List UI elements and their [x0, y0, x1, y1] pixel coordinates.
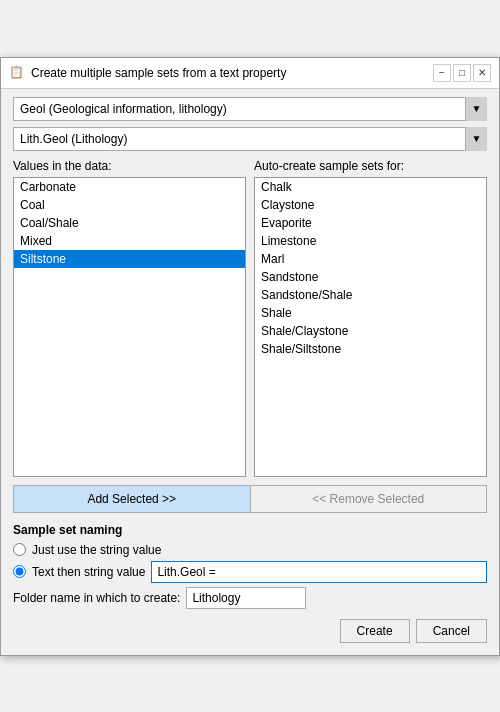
radio-row-1: Just use the string value: [13, 543, 487, 557]
list-item[interactable]: Shale: [255, 304, 486, 322]
radio-string-value-label[interactable]: Just use the string value: [32, 543, 161, 557]
minimize-button[interactable]: −: [433, 64, 451, 82]
transfer-buttons-row: Add Selected >> << Remove Selected: [13, 485, 487, 513]
second-dropdown-wrapper: Lith.Geol (Lithology) ▼: [13, 127, 487, 151]
radio-row-2: Text then string value: [13, 561, 487, 583]
dialog-icon: 📋: [9, 65, 25, 81]
right-list-label: Auto-create sample sets for:: [254, 159, 487, 173]
dialog-title: Create multiple sample sets from a text …: [31, 66, 286, 80]
dialog: 📋 Create multiple sample sets from a tex…: [0, 57, 500, 656]
list-item[interactable]: Shale/Claystone: [255, 322, 486, 340]
action-buttons: Create Cancel: [13, 619, 487, 643]
close-button[interactable]: ✕: [473, 64, 491, 82]
list-item[interactable]: Coal/Shale: [14, 214, 245, 232]
left-list-label: Values in the data:: [13, 159, 246, 173]
naming-section-title: Sample set naming: [13, 523, 487, 537]
left-list-panel: Values in the data: CarbonateCoalCoal/Sh…: [13, 159, 246, 477]
folder-label: Folder name in which to create:: [13, 591, 180, 605]
list-item[interactable]: Marl: [255, 250, 486, 268]
maximize-button[interactable]: □: [453, 64, 471, 82]
create-button[interactable]: Create: [340, 619, 410, 643]
list-item[interactable]: Mixed: [14, 232, 245, 250]
dialog-content: Geol (Geological information, lithology)…: [1, 89, 499, 655]
text-prefix-input[interactable]: [151, 561, 487, 583]
title-bar-left: 📋 Create multiple sample sets from a tex…: [9, 65, 286, 81]
cancel-button[interactable]: Cancel: [416, 619, 487, 643]
remove-selected-button[interactable]: << Remove Selected: [251, 485, 488, 513]
title-bar: 📋 Create multiple sample sets from a tex…: [1, 58, 499, 89]
left-list-box[interactable]: CarbonateCoalCoal/ShaleMixedSiltstone: [13, 177, 246, 477]
folder-name-input[interactable]: [186, 587, 306, 609]
list-item[interactable]: Limestone: [255, 232, 486, 250]
right-list-panel: Auto-create sample sets for: ChalkClayst…: [254, 159, 487, 477]
radio-string-value[interactable]: [13, 543, 26, 556]
radio-text-then-string[interactable]: [13, 565, 26, 578]
second-dropdown-row: Lith.Geol (Lithology) ▼: [13, 127, 487, 151]
second-dropdown[interactable]: Lith.Geol (Lithology): [13, 127, 487, 151]
folder-row: Folder name in which to create:: [13, 587, 487, 609]
first-dropdown[interactable]: Geol (Geological information, lithology): [13, 97, 487, 121]
list-item[interactable]: Sandstone/Shale: [255, 286, 486, 304]
radio-text-then-string-label[interactable]: Text then string value: [32, 565, 145, 579]
list-item[interactable]: Sandstone: [255, 268, 486, 286]
lists-section: Values in the data: CarbonateCoalCoal/Sh…: [13, 159, 487, 477]
add-selected-button[interactable]: Add Selected >>: [13, 485, 251, 513]
right-list-box[interactable]: ChalkClaystoneEvaporiteLimestoneMarlSand…: [254, 177, 487, 477]
title-bar-controls: − □ ✕: [433, 64, 491, 82]
list-item[interactable]: Shale/Siltstone: [255, 340, 486, 358]
list-item[interactable]: Chalk: [255, 178, 486, 196]
list-item[interactable]: Coal: [14, 196, 245, 214]
list-item[interactable]: Evaporite: [255, 214, 486, 232]
list-item[interactable]: Claystone: [255, 196, 486, 214]
list-item[interactable]: Carbonate: [14, 178, 245, 196]
first-dropdown-row: Geol (Geological information, lithology)…: [13, 97, 487, 121]
list-item[interactable]: Siltstone: [14, 250, 245, 268]
first-dropdown-wrapper: Geol (Geological information, lithology)…: [13, 97, 487, 121]
